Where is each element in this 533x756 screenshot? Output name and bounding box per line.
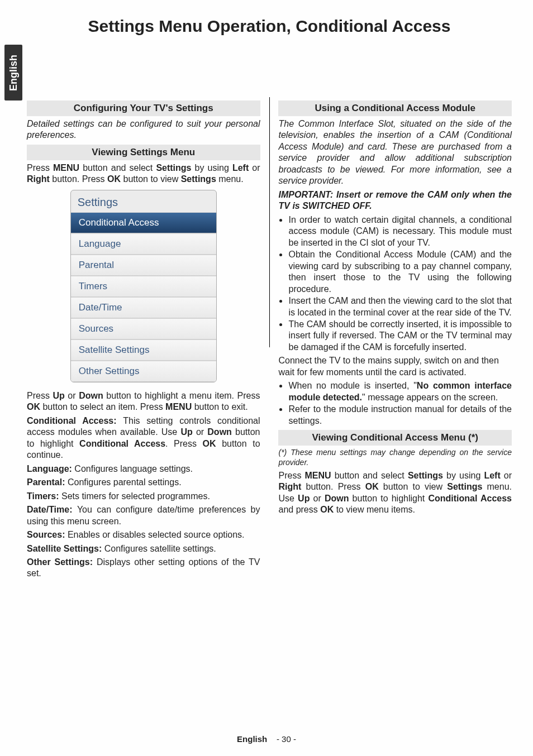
text: Up xyxy=(53,391,64,400)
text: Sets timers for selected programmes. xyxy=(61,491,210,501)
datetime-paragraph: Date/Time: You can configure date/time p… xyxy=(27,504,260,527)
menu-item-sources: Sources xyxy=(71,318,216,339)
footer-language: English xyxy=(237,734,267,744)
menu-item-date-time: Date/Time xyxy=(71,297,216,318)
text: Press xyxy=(27,163,53,173)
satellite-paragraph: Satellite Settings: Configures satellite… xyxy=(27,543,260,554)
text: Press xyxy=(278,471,304,480)
text: button to select an item. Press xyxy=(40,402,165,412)
text: or xyxy=(65,391,79,400)
language-tab: English xyxy=(4,45,22,101)
text: by using xyxy=(443,471,484,480)
using-cam-intro: The Common Interface Slot, situated on t… xyxy=(278,118,512,187)
text: Settings xyxy=(181,174,216,184)
text: Parental: xyxy=(27,477,68,487)
page: English Settings Menu Operation, Conditi… xyxy=(0,0,533,756)
configuring-intro: Detailed settings can be configured to s… xyxy=(27,118,260,141)
text: Configures parental settings. xyxy=(68,477,182,487)
right-column: Using a Conditional Access Module The Co… xyxy=(278,97,512,582)
conditional-access-paragraph: Conditional Access: This setting control… xyxy=(27,415,260,461)
text: or xyxy=(249,163,260,173)
heading-configuring: Configuring Your TV's Settings xyxy=(27,101,260,116)
text: Language: xyxy=(27,464,74,473)
text: Date/Time: xyxy=(27,505,77,514)
text: OK xyxy=(365,482,379,491)
text: MENU xyxy=(304,471,331,480)
menu-item-parental: Parental xyxy=(71,255,216,276)
heading-viewing-settings: Viewing Settings Menu xyxy=(27,145,260,160)
text: Settings xyxy=(156,163,191,173)
ca-menu-paragraph: Press MENU button and select Settings by… xyxy=(278,470,512,516)
bullet-5: When no module is inserted, "No common i… xyxy=(288,380,512,403)
footer-page-number: - 30 - xyxy=(277,734,296,744)
menu-item-timers: Timers xyxy=(71,276,216,297)
bullet-4: The CAM should be correctly inserted, it… xyxy=(288,319,512,353)
text: button to view xyxy=(379,482,448,491)
text: Down xyxy=(79,391,103,400)
text: Other Settings: xyxy=(27,557,97,567)
settings-menu-screenshot: Settings Conditional Access Language Par… xyxy=(70,190,217,382)
text: Timers: xyxy=(27,491,61,501)
viewing-settings-paragraph: Press MENU button and select Settings by… xyxy=(27,162,260,185)
bullet-2: Obtain the Conditional Access Module (CA… xyxy=(288,249,512,295)
text: button to highlight a menu item. Press xyxy=(103,391,260,400)
menu-item-other: Other Settings xyxy=(71,361,216,382)
text: or xyxy=(310,494,325,503)
nav-paragraph: Press Up or Down button to highlight a m… xyxy=(27,390,260,413)
sources-paragraph: Sources: Enables or disables selected so… xyxy=(27,529,260,540)
text: or xyxy=(193,427,208,437)
text: OK xyxy=(27,402,40,412)
text: and press xyxy=(278,505,320,514)
cam-bullets-2: When no module is inserted, "No common i… xyxy=(278,380,512,427)
menu-item-conditional-access: Conditional Access xyxy=(71,212,216,233)
text: button to view xyxy=(121,174,181,184)
text: Up xyxy=(298,494,310,503)
text: Sources: xyxy=(27,530,68,539)
text: Right xyxy=(27,174,50,184)
page-title: Settings Menu Operation, Conditional Acc… xyxy=(27,17,512,36)
text: Left xyxy=(232,163,249,173)
left-column: Configuring Your TV's Settings Detailed … xyxy=(27,97,260,582)
page-footer: English - 30 - xyxy=(0,734,533,744)
menu-title: Settings xyxy=(71,190,216,212)
text: Press xyxy=(27,391,53,400)
text: Up xyxy=(180,427,192,437)
ca-menu-footnote: (*) These menu settings may change depen… xyxy=(278,448,512,468)
heading-using-cam: Using a Conditional Access Module xyxy=(278,101,512,116)
text: Conditional Access xyxy=(428,494,512,503)
text: button. Press xyxy=(301,482,365,491)
text: When no module is inserted, " xyxy=(288,381,416,390)
content-columns: Configuring Your TV's Settings Detailed … xyxy=(27,97,512,582)
text: Conditional Access: xyxy=(27,416,123,425)
text: MENU xyxy=(165,402,192,412)
language-paragraph: Language: Configures language settings. xyxy=(27,463,260,475)
text: Down xyxy=(207,427,232,437)
text: Enables or disables selected source opti… xyxy=(68,530,245,539)
bullet-1: In order to watch certain digital channe… xyxy=(288,214,512,248)
after-bullet-4: Connect the TV to the mains supply, swit… xyxy=(278,355,512,378)
text: or xyxy=(501,471,512,480)
parental-paragraph: Parental: Configures parental settings. xyxy=(27,477,260,488)
cam-bullets-1: In order to watch certain digital channe… xyxy=(278,214,512,353)
text: button and select xyxy=(79,163,156,173)
text: Configures satellite settings. xyxy=(104,544,216,553)
text: by using xyxy=(192,163,232,173)
text: button and select xyxy=(331,471,408,480)
text: OK xyxy=(320,505,334,514)
text: Configures language settings. xyxy=(74,464,193,473)
text: Satellite Settings: xyxy=(27,544,104,553)
other-paragraph: Other Settings: Displays other setting o… xyxy=(27,557,260,580)
bullet-3: Insert the CAM and then the viewing card… xyxy=(288,295,512,318)
menu-item-satellite: Satellite Settings xyxy=(71,339,216,361)
timers-paragraph: Timers: Sets timers for selected program… xyxy=(27,491,260,502)
bullet-6: Refer to the module instruction manual f… xyxy=(288,404,512,427)
text: Down xyxy=(325,494,349,503)
column-divider xyxy=(269,97,270,347)
important-note: IMPORTANT: Insert or remove the CAM only… xyxy=(278,189,512,212)
menu-item-language: Language xyxy=(71,233,216,255)
text: Settings xyxy=(447,482,482,491)
text: MENU xyxy=(53,163,79,173)
text: button to exit. xyxy=(192,402,248,412)
text: menu. xyxy=(216,174,244,184)
text: button to highlight xyxy=(349,494,428,503)
